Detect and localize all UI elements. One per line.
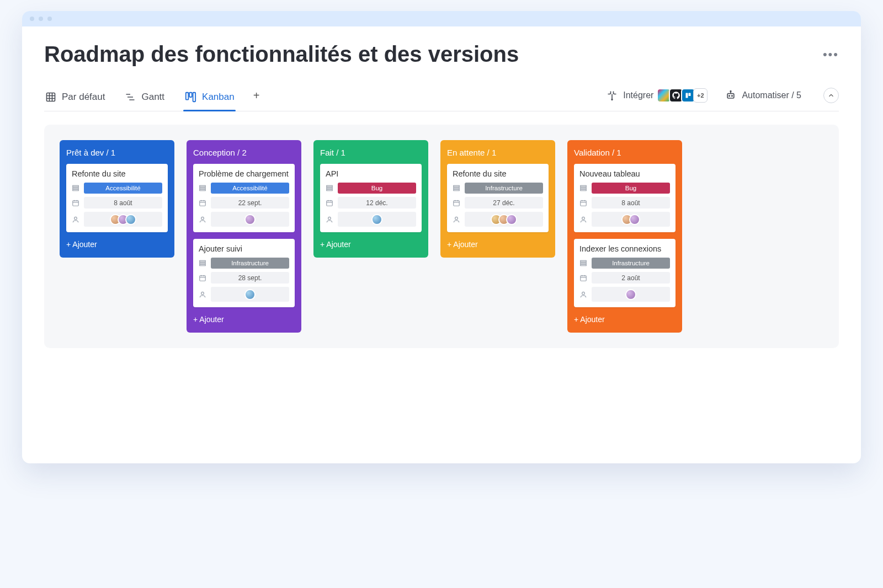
svg-point-58 xyxy=(455,217,458,220)
svg-rect-43 xyxy=(327,185,333,186)
window-titlebar xyxy=(22,11,861,26)
svg-rect-70 xyxy=(581,275,587,280)
category-icon xyxy=(199,184,206,192)
svg-point-26 xyxy=(75,217,77,220)
card-assignees xyxy=(592,212,670,227)
view-tab-gantt[interactable]: Gantt xyxy=(124,88,166,110)
card-title: Nouveau tableau xyxy=(579,169,670,178)
svg-rect-38 xyxy=(200,275,206,280)
integrate-button[interactable]: Intégrer +2 xyxy=(607,88,708,110)
kanban-card[interactable]: Refonte du siteAccessibilité8 août xyxy=(66,164,168,232)
svg-rect-9 xyxy=(189,93,192,97)
svg-point-16 xyxy=(732,95,733,97)
svg-rect-51 xyxy=(454,185,460,186)
svg-rect-67 xyxy=(581,260,587,261)
automate-button[interactable]: Automatiser / 5 xyxy=(725,90,801,109)
user-icon xyxy=(453,216,460,223)
card-tag: Accessibilité xyxy=(211,183,289,194)
svg-rect-28 xyxy=(200,188,206,189)
card-tag: Accessibilité xyxy=(84,183,162,194)
add-view-button[interactable]: + xyxy=(253,89,260,110)
svg-rect-61 xyxy=(581,189,587,190)
category-icon xyxy=(326,184,333,192)
card-title: API xyxy=(326,169,416,178)
card-tag: Infrastructure xyxy=(592,258,670,269)
views-toolbar: Par défaut Gantt Kanban + xyxy=(44,88,839,111)
card-tag: Bug xyxy=(338,183,416,194)
svg-rect-45 xyxy=(327,189,333,190)
svg-rect-20 xyxy=(73,188,79,189)
user-icon xyxy=(199,291,206,298)
user-icon xyxy=(199,216,206,223)
calendar-icon xyxy=(579,199,587,207)
add-card-button[interactable]: + Ajouter xyxy=(320,240,422,249)
app-window: Roadmap des fonctionnalités et des versi… xyxy=(22,11,861,463)
add-card-button[interactable]: + Ajouter xyxy=(66,240,168,249)
view-tab-kanban[interactable]: Kanban xyxy=(183,88,236,111)
kanban-column-attente: En attente / 1Refonte du siteInfrastruct… xyxy=(440,140,555,258)
card-date: 27 déc. xyxy=(465,197,543,209)
svg-point-42 xyxy=(201,292,204,295)
add-card-button[interactable]: + Ajouter xyxy=(193,315,295,324)
card-date: 2 août xyxy=(592,272,670,284)
gantt-icon xyxy=(125,92,136,103)
column-title: Conception / 2 xyxy=(193,148,295,157)
avatar xyxy=(371,214,382,225)
card-assignees xyxy=(338,212,416,227)
view-tab-label: Kanban xyxy=(202,92,235,103)
svg-point-66 xyxy=(582,217,585,220)
svg-point-11 xyxy=(611,99,613,100)
card-tag: Bug xyxy=(592,183,670,194)
card-tag: Infrastructure xyxy=(465,183,543,194)
svg-rect-46 xyxy=(327,200,333,205)
calendar-icon xyxy=(326,199,333,207)
avatar xyxy=(629,214,640,225)
card-date: 22 sept. xyxy=(211,197,289,209)
add-card-button[interactable]: + Ajouter xyxy=(574,315,675,324)
svg-rect-19 xyxy=(73,185,79,186)
svg-rect-8 xyxy=(186,93,189,100)
kanban-card[interactable]: Problème de chargementAccessibilité22 se… xyxy=(193,164,295,232)
svg-rect-29 xyxy=(200,189,206,190)
card-assignees xyxy=(211,287,289,302)
svg-rect-59 xyxy=(581,185,587,186)
svg-point-50 xyxy=(328,217,331,220)
kanban-card[interactable]: Nouveau tableauBug8 août xyxy=(574,164,675,232)
calendar-icon xyxy=(199,199,206,207)
kanban-card[interactable]: APIBug12 déc. xyxy=(320,164,422,232)
svg-rect-0 xyxy=(47,93,55,101)
add-card-button[interactable]: + Ajouter xyxy=(447,240,549,249)
collapse-toolbar-button[interactable] xyxy=(823,88,839,103)
card-date: 8 août xyxy=(592,197,670,209)
card-title: Ajouter suivi xyxy=(199,244,289,253)
user-icon xyxy=(72,216,79,223)
avatar xyxy=(244,289,256,300)
view-tab-default[interactable]: Par défaut xyxy=(44,88,106,110)
integration-icons: +2 xyxy=(659,88,708,103)
svg-rect-69 xyxy=(581,264,587,265)
column-title: Validation / 1 xyxy=(574,148,675,157)
kanban-card[interactable]: Refonte du siteInfrastructure27 déc. xyxy=(447,164,549,232)
kanban-card[interactable]: Indexer les connexionsInfrastructure2 ao… xyxy=(574,239,675,307)
calendar-icon xyxy=(72,199,79,207)
svg-rect-68 xyxy=(581,263,587,264)
calendar-icon xyxy=(453,199,460,207)
column-title: Fait / 1 xyxy=(320,148,422,157)
svg-rect-54 xyxy=(454,200,460,205)
svg-rect-52 xyxy=(454,188,460,189)
category-icon xyxy=(72,184,79,192)
svg-point-15 xyxy=(729,95,730,97)
window-dot xyxy=(39,17,43,21)
more-menu-button[interactable]: ••• xyxy=(823,42,839,62)
window-dot xyxy=(30,17,34,21)
automate-label: Automatiser / 5 xyxy=(742,90,801,100)
more-integrations-badge[interactable]: +2 xyxy=(693,88,708,103)
user-icon xyxy=(579,216,587,223)
page-header: Roadmap des fonctionnalités et des versi… xyxy=(44,42,839,67)
svg-rect-60 xyxy=(581,188,587,189)
avatar xyxy=(244,214,256,225)
kanban-column-fait: Fait / 1APIBug12 déc.+ Ajouter xyxy=(313,140,428,258)
kanban-card[interactable]: Ajouter suiviInfrastructure28 sept. xyxy=(193,239,295,307)
card-assignees xyxy=(84,212,162,227)
card-tag: Infrastructure xyxy=(211,258,289,269)
